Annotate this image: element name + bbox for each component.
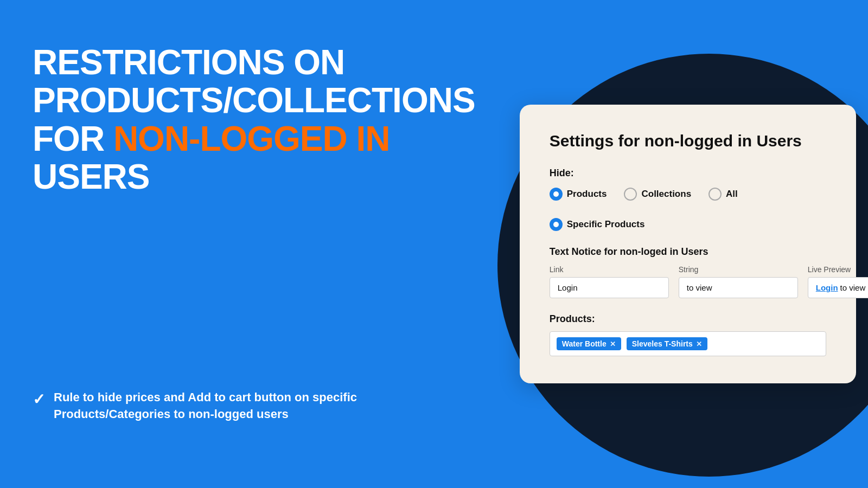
radio-group: Products Collections All Specific Produc…: [550, 188, 826, 231]
products-label: Products:: [550, 313, 826, 325]
products-tags-box[interactable]: Water Bottle ✕ Sleveles T-Shirts ✕: [550, 331, 826, 356]
text-notice-title: Text Notice for non-loged in Users: [550, 246, 826, 258]
live-preview-label: Live Preview: [808, 265, 868, 274]
tag-sleveles-tshirts-close[interactable]: ✕: [696, 340, 702, 348]
field-live-preview: Live Preview Login to view: [808, 265, 868, 298]
card-title: Settings for non-logged in Users: [550, 132, 826, 150]
settings-card: Settings for non-logged in Users Hide: P…: [520, 105, 856, 383]
string-input[interactable]: [679, 277, 798, 298]
field-string-label: String: [679, 265, 798, 274]
radio-label-specific-products: Specific Products: [567, 219, 645, 230]
tag-water-bottle-close[interactable]: ✕: [610, 340, 616, 348]
link-input[interactable]: [550, 277, 669, 298]
field-string: String: [679, 265, 798, 298]
live-preview-link: Login: [816, 283, 838, 292]
radio-circle-all: [709, 188, 722, 201]
radio-collections[interactable]: Collections: [624, 188, 691, 201]
fields-row: Link String Live Preview Login to view: [550, 265, 826, 298]
radio-label-collections: Collections: [641, 189, 691, 200]
field-link: Link: [550, 265, 669, 298]
bullet-text: Rule to hide prices and Add to cart butt…: [54, 389, 475, 423]
radio-circle-collections: [624, 188, 637, 201]
products-section: Products: Water Bottle ✕ Sleveles T-Shir…: [550, 313, 826, 356]
title-line4: USERS: [33, 157, 150, 196]
title-line1: RESTRICTIONS ON: [33, 43, 344, 82]
live-preview-suffix: to view: [840, 283, 866, 292]
radio-all[interactable]: All: [709, 188, 738, 201]
radio-label-all: All: [726, 189, 738, 200]
field-link-label: Link: [550, 265, 669, 274]
main-heading: RESTRICTIONS ON PRODUCTS/COLLECTIONS FOR…: [33, 43, 475, 196]
tag-water-bottle: Water Bottle ✕: [557, 337, 621, 350]
right-panel: Settings for non-logged in Users Hide: P…: [508, 0, 868, 488]
hide-label: Hide:: [550, 168, 826, 179]
title-line2: PRODUCTS/COLLECTIONS: [33, 81, 475, 120]
tag-sleveles-tshirts-label: Sleveles T-Shirts: [632, 339, 693, 348]
bullet-point: ✓ Rule to hide prices and Add to cart bu…: [33, 389, 475, 423]
radio-products[interactable]: Products: [550, 188, 607, 201]
left-panel: RESTRICTIONS ON PRODUCTS/COLLECTIONS FOR…: [0, 0, 508, 488]
title-line3-highlight: NON-LOGGED IN: [113, 119, 390, 158]
title-line3-before: FOR: [33, 119, 113, 158]
radio-specific-products[interactable]: Specific Products: [550, 218, 645, 231]
radio-circle-specific-products: [550, 218, 563, 231]
tag-sleveles-tshirts: Sleveles T-Shirts ✕: [627, 337, 707, 350]
tag-water-bottle-label: Water Bottle: [562, 339, 607, 348]
text-notice-section: Text Notice for non-loged in Users Link …: [550, 246, 826, 298]
live-preview-box: Login to view: [808, 277, 868, 298]
radio-circle-products: [550, 188, 563, 201]
radio-label-products: Products: [567, 189, 607, 200]
checkmark-icon: ✓: [33, 390, 45, 408]
hide-section: Hide: Products Collections All: [550, 168, 826, 231]
